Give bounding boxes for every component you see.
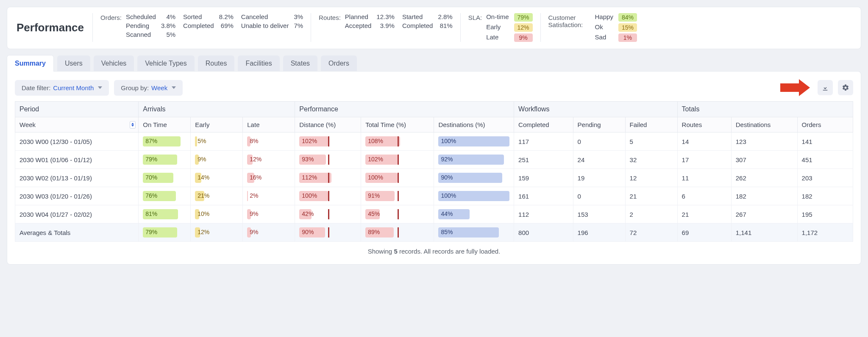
- gear-icon: [842, 84, 849, 91]
- chevron-down-icon: [98, 86, 102, 89]
- tab-vehicles[interactable]: Vehicles: [94, 55, 134, 72]
- chevron-down-icon: [172, 86, 176, 89]
- header-stats: Orders: Scheduled4% Pending3.8% Scanned5…: [92, 13, 851, 42]
- table-row: 2030 W03 (01/20 - 01/26)76%21%2%100%91%1…: [15, 187, 853, 205]
- sla-early-badge: 12%: [514, 23, 533, 32]
- stats-csat: Customer Satisfaction: Happy84% Ok15% Sa…: [540, 13, 645, 42]
- colgroup-workflows: Workflows: [514, 102, 678, 117]
- toolbar: Date filter: Current Month Group by: Wee…: [15, 79, 853, 96]
- table-row: 2030 W00 (12/30 - 01/05)87%5%8%102%108%1…: [15, 133, 853, 151]
- stats-sla: SLA: On-time79% Early12% Late9%: [460, 13, 540, 42]
- col-total-time-[interactable]: Total Time (%): [361, 117, 434, 133]
- stats-orders-label: Orders:: [100, 13, 122, 21]
- col-early[interactable]: Early: [191, 117, 243, 133]
- csat-ok-badge: 15%: [618, 23, 637, 32]
- sort-indicator-icon[interactable]: [130, 121, 136, 129]
- page-title: Performance: [17, 21, 84, 34]
- group-by-select[interactable]: Group by: Week: [114, 80, 183, 96]
- col-late[interactable]: Late: [243, 117, 295, 133]
- table-totals-row: Averages & Totals79%12%9%90%89%85%800196…: [15, 224, 853, 242]
- tab-vehicle-types[interactable]: Vehicle Types: [137, 55, 194, 72]
- colgroup-arrivals: Arrivals: [139, 102, 295, 117]
- stats-csat-label: Customer Satisfaction:: [548, 13, 591, 28]
- colgroup-totals: Totals: [677, 102, 853, 117]
- table-row: 2030 W01 (01/06 - 01/12)79%9%12%93%102%9…: [15, 151, 853, 169]
- col-distance-[interactable]: Distance (%): [295, 117, 361, 133]
- col-failed[interactable]: Failed: [625, 117, 677, 133]
- col-orders[interactable]: Orders: [797, 117, 853, 133]
- sla-late-badge: 9%: [514, 33, 533, 42]
- tab-users[interactable]: Users: [57, 55, 90, 72]
- colgroup-period: Period: [15, 102, 139, 117]
- tab-summary[interactable]: Summary: [7, 55, 54, 72]
- csat-happy-badge: 84%: [618, 13, 637, 22]
- settings-button[interactable]: [838, 80, 853, 95]
- csat-sad-badge: 1%: [618, 33, 637, 42]
- download-icon: [821, 84, 829, 91]
- table-row: 2030 W02 (01/13 - 01/19)70%14%16%112%100…: [15, 169, 853, 187]
- tab-orders[interactable]: Orders: [321, 55, 357, 72]
- callout-arrow-icon: [780, 79, 810, 96]
- stats-orders: Orders: Scheduled4% Pending3.8% Scanned5…: [92, 13, 311, 42]
- summary-table: PeriodArrivalsPerformanceWorkflowsTotals…: [15, 101, 853, 242]
- tab-facilities[interactable]: Facilities: [238, 55, 279, 72]
- col-week[interactable]: Week: [15, 117, 139, 133]
- sla-ontime-badge: 79%: [514, 13, 533, 22]
- col-on-time[interactable]: On Time: [139, 117, 191, 133]
- col-completed[interactable]: Completed: [514, 117, 573, 133]
- tab-states[interactable]: States: [283, 55, 317, 72]
- performance-header: Performance Orders: Scheduled4% Pending3…: [7, 7, 861, 49]
- stats-routes: Routes: Planned12.3% Accepted3.9% Starte…: [311, 13, 460, 42]
- col-destinations-[interactable]: Destinations (%): [434, 117, 514, 133]
- tab-bar: SummaryUsersVehiclesVehicle TypesRoutesF…: [7, 55, 861, 72]
- tab-routes[interactable]: Routes: [198, 55, 235, 72]
- table-footer-note: Showing 5 records. All records are fully…: [15, 248, 853, 255]
- summary-panel: Date filter: Current Month Group by: Wee…: [7, 71, 861, 265]
- stats-routes-label: Routes:: [319, 13, 341, 21]
- colgroup-performance: Performance: [295, 102, 514, 117]
- col-pending[interactable]: Pending: [573, 117, 625, 133]
- stats-sla-label: SLA:: [468, 13, 482, 21]
- download-button[interactable]: [818, 80, 833, 95]
- table-row: 2030 W04 (01/27 - 02/02)81%10%9%42%45%44…: [15, 205, 853, 224]
- date-filter-select[interactable]: Date filter: Current Month: [15, 80, 109, 96]
- col-routes[interactable]: Routes: [677, 117, 731, 133]
- col-destinations[interactable]: Destinations: [731, 117, 797, 133]
